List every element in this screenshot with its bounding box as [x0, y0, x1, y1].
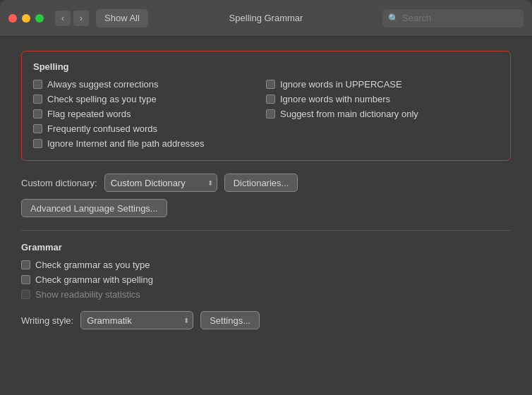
window-title: Spelling Grammar — [229, 13, 303, 23]
option-main-dictionary: Suggest from main dictionary only — [266, 109, 499, 119]
writing-style-select[interactable]: Grammatik — [80, 311, 193, 329]
traffic-lights — [8, 14, 44, 23]
grammar-section-title: Grammar — [21, 242, 511, 253]
main-dictionary-checkbox[interactable] — [266, 109, 275, 119]
ignore-uppercase-checkbox[interactable] — [266, 80, 275, 89]
grammar-section: Grammar Check grammar as you type Check … — [21, 242, 511, 329]
spelling-options-grid: Always suggest corrections Check spellin… — [33, 79, 499, 149]
spelling-options-left: Always suggest corrections Check spellin… — [33, 79, 266, 149]
custom-dict-select[interactable]: Custom Dictionary — [104, 174, 217, 192]
check-grammar-checkbox[interactable] — [21, 260, 30, 269]
option-confused-words: Frequently confused words — [33, 123, 266, 134]
check-grammar-spelling-label: Check grammar with spelling — [35, 274, 153, 285]
search-input[interactable] — [382, 9, 524, 28]
ignore-internet-label: Ignore Internet and file path addresses — [47, 138, 205, 149]
always-suggest-checkbox[interactable] — [33, 80, 42, 89]
show-all-button[interactable]: Show All — [96, 9, 148, 28]
ignore-internet-checkbox[interactable] — [33, 139, 42, 148]
writing-style-row: Writing style: Grammatik ⬍ Settings... — [21, 311, 511, 329]
option-check-spelling: Check spelling as you type — [33, 94, 266, 104]
check-spelling-checkbox[interactable] — [33, 95, 42, 104]
grammar-options: Check grammar as you type Check grammar … — [21, 260, 511, 300]
confused-words-label: Frequently confused words — [47, 123, 157, 134]
flag-repeated-checkbox[interactable] — [33, 109, 42, 119]
search-wrapper: 🔍 — [382, 9, 524, 28]
show-readability-label: Show readability statistics — [35, 289, 140, 300]
check-grammar-spelling-checkbox[interactable] — [21, 275, 30, 284]
show-readability-checkbox[interactable] — [21, 290, 30, 299]
nav-buttons: ‹ › Show All — [55, 9, 148, 28]
flag-repeated-label: Flag repeated words — [47, 109, 131, 119]
search-icon: 🔍 — [388, 13, 399, 23]
main-dictionary-label: Suggest from main dictionary only — [280, 109, 418, 119]
back-button[interactable]: ‹ — [55, 11, 71, 26]
ignore-uppercase-label: Ignore words in UPPERCASE — [280, 79, 402, 90]
spelling-section-title: Spelling — [33, 61, 499, 72]
minimize-button[interactable] — [22, 14, 30, 23]
close-button[interactable] — [8, 14, 17, 23]
writing-style-label: Writing style: — [21, 315, 73, 326]
ignore-numbers-label: Ignore words with numbers — [280, 94, 390, 104]
option-ignore-internet: Ignore Internet and file path addresses — [33, 138, 266, 149]
check-spelling-label: Check spelling as you type — [47, 94, 157, 104]
option-ignore-numbers: Ignore words with numbers — [266, 94, 499, 104]
titlebar: ‹ › Show All Spelling Grammar 🔍 — [0, 0, 532, 37]
writing-style-select-wrapper: Grammatik ⬍ — [80, 311, 193, 329]
settings-button[interactable]: Settings... — [200, 311, 260, 329]
check-grammar-label: Check grammar as you type — [35, 260, 150, 270]
forward-button[interactable]: › — [73, 11, 89, 26]
advanced-language-settings-button[interactable]: Advanced Language Settings... — [21, 199, 167, 217]
option-ignore-uppercase: Ignore words in UPPERCASE — [266, 79, 499, 90]
confused-words-checkbox[interactable] — [33, 124, 42, 133]
spelling-section: Spelling Always suggest corrections Chec… — [21, 51, 511, 161]
option-always-suggest: Always suggest corrections — [33, 79, 266, 90]
maximize-button[interactable] — [35, 14, 44, 23]
custom-dict-label: Custom dictionary: — [21, 178, 97, 188]
option-check-grammar: Check grammar as you type — [21, 260, 511, 270]
custom-dict-select-wrapper: Custom Dictionary ⬍ — [104, 174, 217, 192]
custom-dictionary-row: Custom dictionary: Custom Dictionary ⬍ D… — [21, 174, 511, 192]
spelling-options-right: Ignore words in UPPERCASE Ignore words w… — [266, 79, 499, 149]
section-divider — [21, 230, 511, 231]
main-content: Spelling Always suggest corrections Chec… — [0, 37, 532, 395]
option-check-grammar-spelling: Check grammar with spelling — [21, 274, 511, 285]
spelling-grammar-window: ‹ › Show All Spelling Grammar 🔍 Spelling… — [0, 0, 532, 395]
always-suggest-label: Always suggest corrections — [47, 79, 159, 90]
dictionaries-button[interactable]: Dictionaries... — [224, 174, 298, 192]
option-show-readability: Show readability statistics — [21, 289, 511, 300]
ignore-numbers-checkbox[interactable] — [266, 95, 275, 104]
option-flag-repeated: Flag repeated words — [33, 109, 266, 119]
